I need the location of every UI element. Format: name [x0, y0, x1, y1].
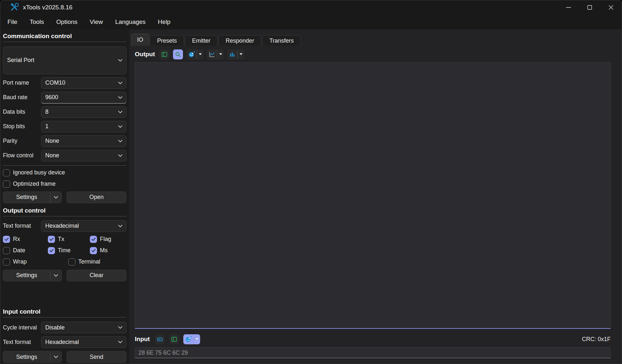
stop-bits-label: Stop bits [3, 123, 41, 130]
dropdown-arrow-icon [240, 53, 242, 55]
data-bits-label: Data bits [3, 109, 41, 115]
split-panel-button[interactable] [159, 49, 169, 59]
chevron-down-icon [54, 274, 58, 277]
checkbox-label: Time [58, 247, 70, 254]
title-bar: xTools v2025.8.16 [0, 0, 622, 14]
checkbox-box [90, 236, 97, 243]
tools-logo-icon [10, 3, 19, 12]
text-format-label: Text format [3, 223, 41, 229]
date-checkbox[interactable]: Date [3, 247, 48, 254]
settings-menu-arrow[interactable] [50, 192, 61, 203]
settings-menu-arrow[interactable] [50, 270, 61, 281]
app-window: xTools v2025.8.16 File Tools Options Vie… [0, 0, 622, 364]
divider [3, 42, 126, 42]
chevron-down-icon [118, 326, 123, 329]
lua-menu-arrow[interactable] [194, 338, 200, 340]
parity-select[interactable]: None [41, 135, 126, 147]
baud-rate-label: Baud rate [3, 94, 41, 101]
menu-file[interactable]: File [1, 14, 24, 29]
port-name-value: COM10 [45, 79, 65, 86]
checkbox-label: Wrap [13, 258, 27, 265]
comm-settings-button[interactable]: Settings [3, 192, 62, 203]
clear-button[interactable]: Clear [67, 270, 126, 281]
menu-view[interactable]: View [83, 14, 109, 29]
checkbox-label: Flag [100, 236, 111, 243]
checkbox-label: Ignored busy device [13, 169, 65, 176]
lua-menu-arrow[interactable] [197, 53, 203, 55]
chevron-down-icon [118, 82, 123, 84]
port-name-select[interactable]: COM10 [41, 77, 126, 89]
settings-label: Settings [3, 351, 50, 362]
input-text-format-select[interactable]: Hexadecimal [41, 336, 126, 348]
chevron-down-icon [118, 96, 123, 99]
flow-control-label: Flow control [3, 152, 41, 159]
lua-script-button[interactable]: Lua [183, 334, 200, 344]
split-panel-button[interactable] [169, 334, 179, 344]
checkbox-label: Optimized frame [13, 181, 56, 187]
checkbox-label: Rx [13, 236, 20, 243]
output-text-area[interactable] [135, 62, 611, 329]
ms-checkbox[interactable]: Ms [90, 247, 126, 254]
menu-tools[interactable]: Tools [24, 14, 50, 29]
dropdown-arrow-icon [196, 338, 198, 340]
dropdown-arrow-icon [199, 53, 202, 55]
tab-transfers[interactable]: Transfers [262, 35, 301, 46]
line-chart-button[interactable] [207, 49, 224, 59]
data-bits-value: 8 [45, 109, 48, 115]
parity-row: Parity None [3, 135, 126, 147]
settings-menu-arrow[interactable] [50, 351, 61, 362]
menu-options[interactable]: Options [50, 14, 83, 29]
bar-chart-menu-arrow[interactable] [238, 53, 244, 55]
close-icon [609, 5, 613, 10]
menu-languages[interactable]: Languages [109, 14, 152, 29]
rx-checkbox[interactable]: Rx [3, 236, 48, 243]
text-field-mode-button[interactable] [155, 334, 165, 344]
open-button[interactable]: Open [67, 192, 126, 203]
send-button[interactable]: Send [67, 351, 126, 363]
tab-emitter[interactable]: Emitter [185, 35, 218, 46]
stop-bits-select[interactable]: 1 [41, 121, 126, 132]
terminal-checkbox[interactable]: Terminal [68, 258, 126, 265]
input-settings-button[interactable]: Settings [3, 351, 62, 363]
input-bytes-field[interactable] [135, 347, 611, 358]
search-button[interactable] [173, 49, 183, 59]
checkbox-box [3, 181, 10, 188]
flow-control-row: Flow control None [3, 150, 126, 161]
divider [3, 216, 126, 216]
lua-script-button[interactable]: Lua [187, 49, 203, 59]
maximize-button[interactable] [579, 0, 600, 14]
menu-help[interactable]: Help [152, 14, 177, 29]
flag-checkbox[interactable]: Flag [90, 236, 126, 243]
output-settings-button[interactable]: Settings [3, 270, 62, 281]
port-name-label: Port name [3, 79, 41, 86]
input-buttons-row: Settings Send [3, 351, 126, 363]
check-icon [91, 237, 96, 241]
chevron-down-icon [54, 356, 58, 358]
tx-checkbox[interactable]: Tx [48, 236, 90, 243]
data-bits-select[interactable]: 8 [41, 106, 126, 118]
checkbox-label: Date [13, 247, 25, 254]
port-name-row: Port name COM10 [3, 77, 126, 89]
menu-bar: File Tools Options View Languages Help [0, 14, 622, 29]
optimized-frame-checkbox[interactable]: Optimized frame [3, 181, 126, 188]
bar-chart-button[interactable] [227, 49, 244, 59]
checkbox-label: Terminal [78, 258, 100, 265]
tab-io[interactable]: IO [131, 34, 149, 46]
flow-control-select[interactable]: None [41, 150, 126, 161]
link-type-select[interactable]: Serial Port [3, 47, 126, 74]
baud-rate-select[interactable]: 9600 [41, 92, 126, 103]
input-text-format-row: Text format Hexadecimal [3, 336, 126, 348]
cycle-interval-select[interactable]: Disable [41, 322, 126, 333]
text-format-label: Text format [3, 339, 41, 346]
time-checkbox[interactable]: Time [48, 247, 90, 254]
tab-presets[interactable]: Presets [150, 35, 184, 46]
close-button[interactable] [600, 0, 622, 14]
minimize-icon [566, 7, 571, 8]
input-control-header: Input control [3, 308, 126, 315]
line-chart-menu-arrow[interactable] [217, 53, 224, 55]
output-text-format-select[interactable]: Hexadecimal [41, 220, 126, 232]
minimize-button[interactable] [558, 0, 579, 14]
wrap-checkbox[interactable]: Wrap [3, 258, 68, 265]
ignored-busy-device-checkbox[interactable]: Ignored busy device [3, 169, 126, 176]
tab-responder[interactable]: Responder [219, 35, 261, 46]
